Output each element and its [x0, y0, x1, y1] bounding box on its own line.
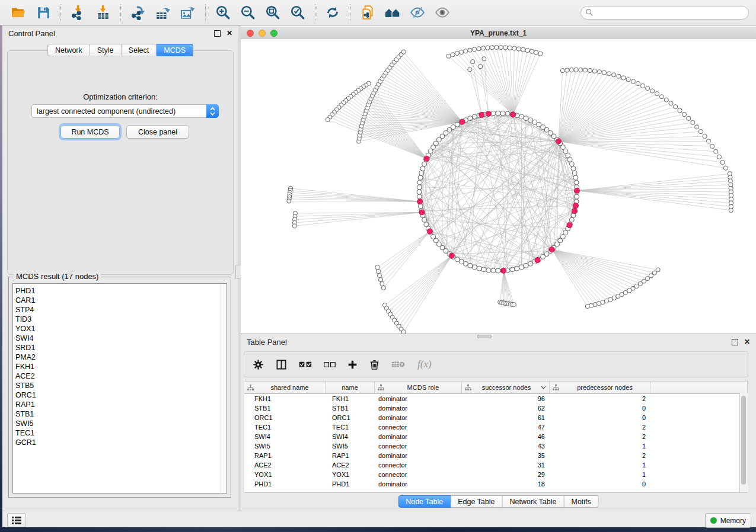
table-row[interactable]: SWI5SWI5connector431	[244, 441, 748, 451]
mcds-result-item[interactable]: CAR1	[15, 296, 227, 305]
desktop-wallpaper-strip	[0, 527, 756, 532]
zoom-selected-icon[interactable]	[289, 4, 307, 21]
table-cell: FKH1	[326, 395, 375, 402]
zoom-fit-icon[interactable]	[264, 4, 282, 21]
run-mcds-button[interactable]: Run MCDS	[60, 125, 120, 139]
tab-style[interactable]: Style	[90, 44, 122, 56]
close-icon[interactable]: ✕	[227, 30, 232, 37]
import-table-icon[interactable]	[94, 4, 112, 21]
mcds-result-list[interactable]: PHD1CAR1STP4TID3YOX1SWI4SRD1PMA2FKH1ACE2…	[12, 283, 227, 493]
save-icon[interactable]	[34, 4, 52, 21]
table-cell: SWI5	[244, 443, 326, 450]
column-header-mcds-role[interactable]: MCDS role	[375, 382, 462, 393]
network-window-titlebar[interactable]: YPA_prune.txt_1	[241, 27, 756, 40]
mcds-result-group: MCDS result (17 nodes) PHD1CAR1STP4TID3Y…	[8, 277, 231, 498]
table-cell: 1	[550, 443, 650, 450]
table-row[interactable]: ACE2ACE2connector311	[244, 460, 748, 470]
mcds-result-item[interactable]: STP4	[15, 305, 227, 315]
table-cell: STB1	[244, 405, 326, 412]
table-row[interactable]: PHD1PHD1dominator180	[244, 479, 748, 489]
mcds-result-item[interactable]: SWI5	[15, 419, 227, 428]
mcds-result-title: MCDS result (17 nodes)	[14, 272, 101, 281]
mcds-result-item[interactable]: TEC1	[15, 428, 227, 438]
table-cell: connector	[375, 471, 462, 478]
optimization-criterion-select[interactable]: largest connected component (undirected)	[31, 104, 219, 118]
mcds-result-item[interactable]: YOX1	[15, 324, 227, 334]
tab-network-table[interactable]: Network Table	[503, 495, 564, 508]
column-header-name[interactable]: name	[326, 382, 375, 393]
float-window-icon[interactable]	[732, 339, 738, 345]
table-row[interactable]: FKH1FKH1dominator962	[244, 394, 748, 403]
mcds-result-item[interactable]: SWI4	[15, 334, 227, 343]
table-cell: dominator	[375, 452, 462, 459]
mcds-list-scrollbar[interactable]	[221, 283, 227, 493]
select-all-rows-icon[interactable]	[299, 360, 312, 368]
delete-column-icon[interactable]	[369, 359, 379, 370]
splitter-handle-icon[interactable]	[477, 335, 492, 338]
tab-select[interactable]: Select	[122, 44, 157, 56]
main-toolbar	[0, 0, 756, 25]
table-cell: SWI4	[244, 433, 326, 440]
open-folder-icon[interactable]	[9, 4, 27, 21]
table-row[interactable]: SWI4SWI4dominator462	[244, 432, 748, 441]
float-window-icon[interactable]	[214, 30, 221, 37]
tab-node-table[interactable]: Node Table	[398, 495, 451, 508]
table-cell: YOX1	[326, 471, 375, 478]
mcds-result-item[interactable]: STB5	[15, 381, 227, 390]
table-cell: 61	[462, 414, 550, 421]
mcds-result-item[interactable]: GCR1	[15, 438, 227, 447]
export-network-icon[interactable]	[129, 4, 147, 21]
search-field[interactable]	[580, 6, 749, 20]
column-header-predecessor-nodes[interactable]: predecessor nodes	[550, 382, 650, 393]
table-cell: dominator	[375, 414, 462, 421]
mcds-result-item[interactable]: PMA2	[15, 352, 227, 362]
table-row[interactable]: TEC1TEC1connector472	[244, 422, 748, 432]
refresh-icon[interactable]	[324, 4, 342, 21]
tab-edge-table[interactable]: Edge Table	[451, 495, 502, 508]
delete-table-icon-disabled	[391, 360, 406, 368]
zoom-out-icon[interactable]	[239, 4, 257, 21]
scrollbar-thumb[interactable]	[741, 396, 746, 485]
table-row[interactable]: YOX1YOX1connector291	[244, 470, 748, 479]
export-image-icon[interactable]	[179, 4, 197, 21]
table-row[interactable]: ORC1ORC1dominator610	[244, 413, 748, 422]
import-network-icon[interactable]	[69, 4, 87, 21]
table-settings-gear-icon[interactable]	[253, 359, 264, 370]
close-panel-button[interactable]: Close panel	[126, 125, 189, 139]
tab-network[interactable]: Network	[47, 44, 90, 56]
status-menu-button[interactable]	[7, 513, 26, 527]
show-column-panel-icon[interactable]	[276, 359, 287, 370]
deselect-all-rows-icon[interactable]	[324, 361, 336, 368]
column-header-successor-nodes[interactable]: successor nodes	[462, 382, 550, 393]
mcds-result-item[interactable]: TID3	[15, 315, 227, 324]
search-input[interactable]	[594, 7, 748, 18]
tab-motifs[interactable]: Motifs	[564, 495, 598, 508]
network-graph[interactable]	[241, 39, 756, 334]
mcds-result-item[interactable]: ACE2	[15, 371, 227, 381]
table-row[interactable]: STB1STB1dominator620	[244, 403, 748, 413]
column-header-shared-name[interactable]: shared name	[244, 382, 326, 393]
tab-mcds[interactable]: MCDS	[157, 44, 193, 56]
mcds-result-item[interactable]: ORC1	[15, 390, 227, 400]
mcds-result-item[interactable]: RAP1	[15, 400, 227, 409]
show-graphics-details-icon[interactable]	[433, 4, 451, 21]
zoom-in-icon[interactable]	[214, 4, 232, 21]
network-view-window: YPA_prune.txt_1	[241, 25, 756, 334]
network-window-title: YPA_prune.txt_1	[241, 29, 756, 37]
hide-graphics-details-icon[interactable]	[409, 4, 426, 21]
table-scrollbar[interactable]	[739, 393, 748, 492]
clone-network-icon[interactable]	[359, 4, 377, 21]
mcds-result-item[interactable]: PHD1	[15, 286, 227, 296]
close-icon[interactable]: ✕	[744, 338, 750, 345]
mcds-result-item[interactable]: SRD1	[15, 343, 227, 352]
memory-button[interactable]: Memory	[705, 513, 751, 528]
mcds-result-item[interactable]: FKH1	[15, 362, 227, 371]
toolbar-separator	[350, 4, 350, 21]
home-networks-icon[interactable]	[384, 4, 401, 21]
export-table-icon[interactable]	[154, 4, 172, 21]
create-column-icon[interactable]	[347, 360, 358, 370]
table-cell: 2	[550, 424, 650, 431]
table-cell: dominator	[375, 480, 462, 488]
table-row[interactable]: RAP1RAP1dominator352	[244, 451, 748, 460]
mcds-result-item[interactable]: STB1	[15, 409, 227, 419]
